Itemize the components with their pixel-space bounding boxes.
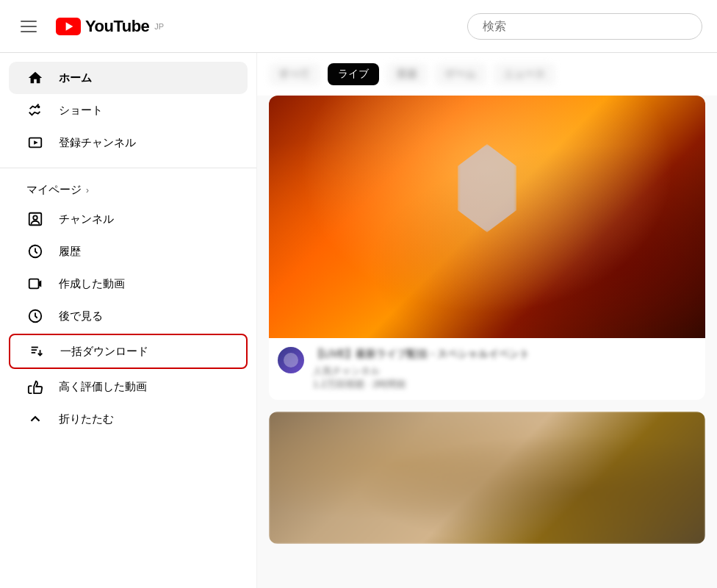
video-views-main: 1.2万回視聴 · 2時間前 — [313, 378, 696, 391]
filter-chip-news[interactable]: ニュース — [494, 63, 555, 85]
sidebar-item-created-videos[interactable]: 作成した動画 — [9, 268, 248, 300]
sidebar-item-liked-videos[interactable]: 高く評価した動画 — [9, 370, 248, 403]
main-layout: ホーム ショート 登録チャンネル — [0, 53, 717, 588]
video-title-main: 【LIVE】最新ライブ配信 - スペシャルイベント — [313, 347, 696, 362]
history-icon — [26, 243, 44, 260]
channel-avatar-main — [278, 347, 304, 373]
sidebar-item-history[interactable]: 履歴 — [9, 235, 248, 268]
sidebar: ホーム ショート 登録チャンネル — [0, 53, 257, 588]
my-page-section-header[interactable]: マイページ › — [9, 177, 248, 203]
header-left: YouTubeJP — [15, 15, 164, 38]
sidebar-item-created-videos-label: 作成した動画 — [59, 277, 125, 291]
filter-chip-game[interactable]: ゲーム — [435, 63, 486, 85]
sidebar-item-home-label: ホーム — [59, 71, 92, 85]
video-area: 【LIVE】最新ライブ配信 - スペシャルイベント 人気チャンネル 1.2万回視… — [257, 96, 717, 556]
sidebar-item-subscriptions-label: 登録チャンネル — [59, 136, 136, 150]
download-icon — [28, 343, 46, 360]
sidebar-item-home[interactable]: ホーム — [9, 62, 248, 94]
sidebar-item-collapse[interactable]: 折りたたむ — [9, 403, 248, 435]
shorts-icon — [26, 101, 44, 119]
sidebar-item-bulk-download-label: 一括ダウンロード — [60, 345, 148, 359]
video-info-main: 【LIVE】最新ライブ配信 - スペシャルイベント 人気チャンネル 1.2万回視… — [269, 338, 705, 400]
search-wrapper[interactable] — [467, 13, 702, 40]
search-bar — [467, 13, 702, 40]
filter-chip-music[interactable]: 音楽 — [386, 63, 428, 85]
sidebar-item-liked-videos-label: 高く評価した動画 — [59, 380, 147, 394]
video-channel-main: 人気チャンネル — [313, 365, 696, 378]
header: YouTubeJP — [0, 0, 717, 53]
svg-point-6 — [33, 215, 37, 220]
filter-bar: すべて ライブ 音楽 ゲーム ニュース — [257, 53, 717, 96]
sidebar-item-watch-later[interactable]: 後で見る — [9, 300, 248, 332]
content-area: すべて ライブ 音楽 ゲーム ニュース 【LIVE】最新ライブ配信 - スペシャ… — [257, 53, 717, 588]
sidebar-item-bulk-download[interactable]: 一括ダウンロード — [9, 334, 248, 369]
chevron-right-icon: › — [86, 185, 89, 196]
thumbsup-icon — [26, 378, 44, 395]
sidebar-item-shorts-label: ショート — [59, 104, 103, 118]
svg-point-2 — [37, 106, 40, 109]
my-page-label: マイページ — [26, 183, 82, 197]
filter-chip-live[interactable]: ライブ — [328, 63, 379, 85]
chevron-up-icon — [26, 410, 44, 428]
filter-chip-all[interactable]: すべて — [269, 63, 320, 85]
video-card-main[interactable]: 【LIVE】最新ライブ配信 - スペシャルイベント 人気チャンネル 1.2万回視… — [269, 96, 705, 400]
sidebar-item-history-label: 履歴 — [59, 245, 81, 259]
menu-button[interactable] — [15, 15, 43, 38]
youtube-play-icon — [56, 18, 81, 35]
sidebar-item-watch-later-label: 後で見る — [59, 309, 103, 323]
logo[interactable]: YouTubeJP — [56, 17, 164, 36]
home-icon — [26, 69, 44, 87]
sidebar-divider-1 — [0, 168, 256, 168]
logo-text: YouTube — [85, 17, 149, 36]
sidebar-item-channel-label: チャンネル — [59, 212, 114, 226]
logo-suffix: JP — [154, 22, 164, 31]
sidebar-item-channel[interactable]: チャンネル — [9, 203, 248, 235]
svg-marker-4 — [34, 140, 38, 145]
sidebar-item-collapse-label: 折りたたむ — [59, 412, 114, 426]
subscriptions-icon — [26, 134, 44, 151]
video-icon — [26, 275, 44, 293]
sidebar-item-subscriptions[interactable]: 登録チャンネル — [9, 126, 248, 159]
search-input[interactable] — [483, 20, 687, 33]
clock-icon — [26, 307, 44, 325]
sidebar-item-shorts[interactable]: ショート — [9, 94, 248, 126]
video-thumbnail-main — [269, 96, 705, 338]
channel-icon — [26, 210, 44, 228]
video-card-second[interactable] — [269, 412, 705, 544]
video-meta-main: 【LIVE】最新ライブ配信 - スペシャルイベント 人気チャンネル 1.2万回視… — [313, 347, 696, 391]
video-thumbnail-second — [269, 412, 705, 544]
svg-rect-8 — [29, 279, 39, 289]
